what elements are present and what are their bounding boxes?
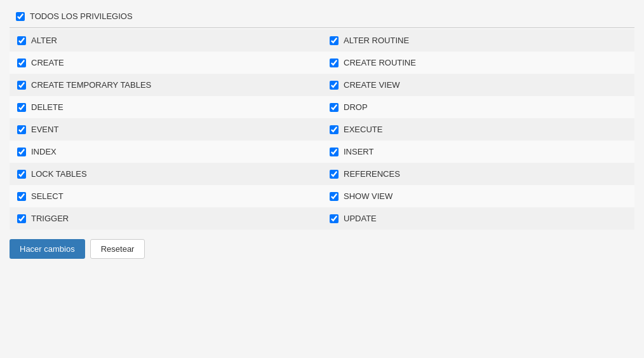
table-row: CREATE TEMPORARY TABLESCREATE VIEW [10,74,634,96]
privilege-cell-right: CREATE ROUTINE [322,52,634,74]
privilege-label: REFERENCES [344,169,400,179]
table-row: ALTERALTER ROUTINE [10,29,634,52]
privilege-label: CREATE ROUTINE [344,58,416,67]
privilege-cell-right: REFERENCES [322,163,634,185]
checkbox-left-1[interactable] [17,59,26,67]
table-row: TRIGGERUPDATE [10,207,634,230]
table-row: CREATECREATE ROUTINE [10,52,634,74]
all-privileges-checkbox-label[interactable]: TODOS LOS PRIVILEGIOS [16,11,133,21]
all-privileges-label: TODOS LOS PRIVILEGIOS [30,11,133,21]
checkbox-left-0[interactable] [17,36,26,45]
privilege-label: EVENT [31,125,58,134]
checkbox-left-8[interactable] [17,214,26,223]
privilege-label: DROP [344,102,368,112]
privilege-label: ALTER [31,36,57,45]
privilege-label: UPDATE [344,214,377,223]
privilege-cell-left: INDEX [10,141,322,163]
button-row: Hacer cambios Resetear [10,230,634,262]
save-button[interactable]: Hacer cambios [10,239,85,259]
privilege-label: DELETE [31,102,64,112]
checkbox-left-2[interactable] [17,81,26,90]
checkbox-right-5[interactable] [330,148,339,156]
privilege-cell-left: ALTER [10,29,322,52]
table-row: INDEXINSERT [10,141,634,163]
privilege-label: TRIGGER [31,214,69,223]
all-privileges-checkbox[interactable] [16,12,25,21]
checkbox-left-4[interactable] [17,125,26,134]
checkbox-right-7[interactable] [330,192,339,201]
privilege-cell-left: DELETE [10,96,322,118]
privilege-cell-left: TRIGGER [10,207,322,230]
checkbox-right-3[interactable] [330,103,339,112]
privilege-label: EXECUTE [344,125,382,134]
table-row: EVENTEXECUTE [10,118,634,141]
table-row: SELECTSHOW VIEW [10,185,634,207]
checkbox-right-1[interactable] [330,59,339,67]
privilege-label: INDEX [31,147,57,156]
all-privileges-row: TODOS LOS PRIVILEGIOS [10,6,634,26]
privilege-label: LOCK TABLES [31,169,87,179]
checkbox-right-2[interactable] [330,81,339,90]
privilege-cell-left: LOCK TABLES [10,163,322,185]
privilege-label: SHOW VIEW [344,191,392,201]
checkbox-right-0[interactable] [330,36,339,45]
privilege-cell-left: SELECT [10,185,322,207]
privilege-label: SELECT [31,191,64,201]
privilege-cell-right: UPDATE [322,207,634,230]
privilege-label: CREATE VIEW [344,80,400,90]
checkbox-right-4[interactable] [330,125,339,134]
reset-button[interactable]: Resetear [90,239,145,259]
checkbox-right-8[interactable] [330,214,339,223]
checkbox-left-7[interactable] [17,192,26,201]
checkbox-left-3[interactable] [17,103,26,112]
checkbox-left-5[interactable] [17,148,26,156]
privilege-cell-left: EVENT [10,118,322,141]
privilege-cell-right: DROP [322,96,634,118]
table-row: LOCK TABLESREFERENCES [10,163,634,185]
privilege-label: ALTER ROUTINE [344,36,409,45]
privilege-label: CREATE TEMPORARY TABLES [31,80,151,90]
privilege-cell-right: INSERT [322,141,634,163]
checkbox-left-6[interactable] [17,170,26,179]
privilege-cell-left: CREATE [10,52,322,74]
privilege-cell-right: CREATE VIEW [322,74,634,96]
privileges-container: ALTERALTER ROUTINECREATECREATE ROUTINECR… [10,29,634,230]
privilege-cell-right: EXECUTE [322,118,634,141]
privilege-label: CREATE [31,58,64,67]
table-row: DELETEDROP [10,96,634,118]
checkbox-right-6[interactable] [330,170,339,179]
privilege-cell-right: ALTER ROUTINE [322,29,634,52]
privilege-cell-right: SHOW VIEW [322,185,634,207]
privilege-label: INSERT [344,147,373,156]
divider [10,27,634,28]
privilege-cell-left: CREATE TEMPORARY TABLES [10,74,322,96]
